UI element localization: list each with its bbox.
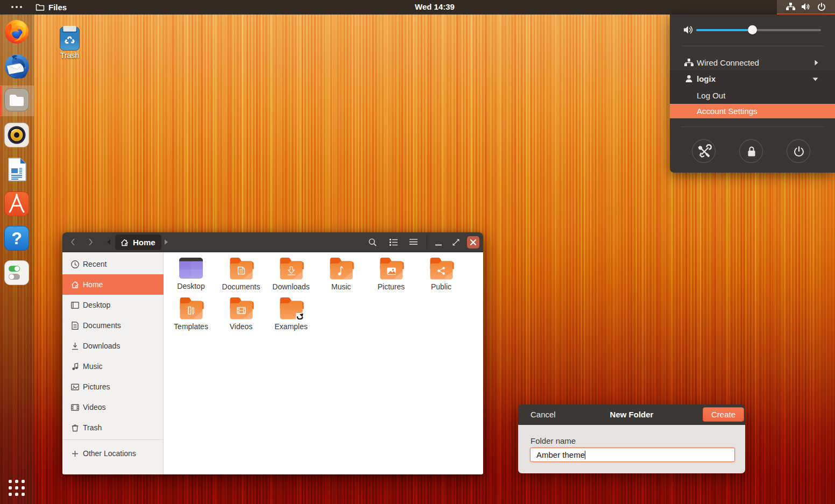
svg-text:?: ? [11,229,22,248]
